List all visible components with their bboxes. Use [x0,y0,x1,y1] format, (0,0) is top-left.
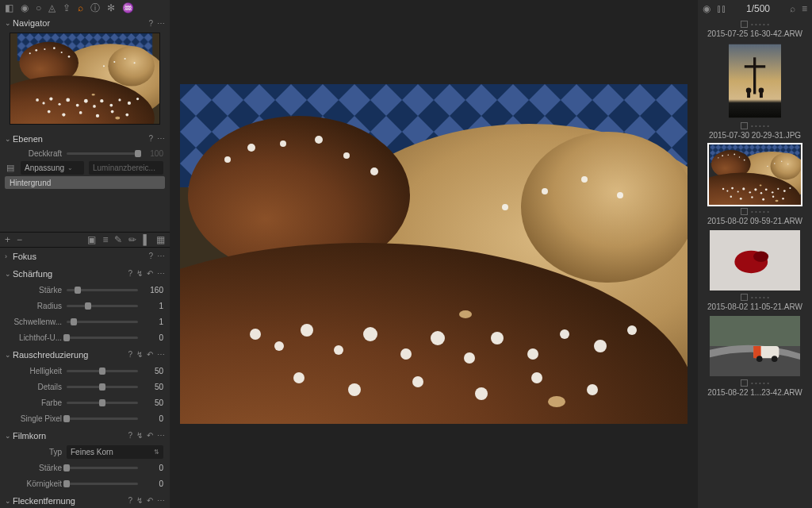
info-icon[interactable]: ⓘ [90,3,100,13]
adjustment-dropdown[interactable]: Anpassung⌄ [21,161,84,175]
gradient-icon[interactable]: ▌ [143,234,150,245]
layers-header[interactable]: ⌄ Ebenen ?⋯ [0,131,170,147]
opacity-slider[interactable] [67,152,138,155]
image-position: 1/500 [746,3,770,14]
upload-icon[interactable]: ⇪ [63,3,71,13]
layers-title: Ebenen [13,134,148,144]
eye-icon[interactable]: ◉ [703,3,710,14]
spot-header[interactable]: ⌄ Fleckentfernung ?↯↶⋯ [0,492,170,508]
sort-icon[interactable]: ≡ [802,3,807,14]
thumb-label: 2015-08-22 1...23-42.ARW [707,388,802,397]
thumb-checkbox[interactable] [741,294,748,301]
help-icon[interactable]: ? [148,134,153,143]
more-icon[interactable]: ⋯ [157,252,165,260]
thumb-checkbox[interactable] [741,208,748,215]
noise-details-slider[interactable] [67,386,138,388]
thumb-checkbox[interactable] [741,379,748,387]
opacity-row: Deckkraft 100 [0,147,170,161]
add-tool-icon[interactable]: + [5,234,10,245]
navigator-thumbnail[interactable] [10,33,160,125]
opacity-value: 100 [143,149,163,158]
thumb-label: 2015-07-25 16-30-42.ARW [707,29,802,38]
thumb-label: 2015-08-02 11-05-21.ARW [707,302,802,311]
luminance-dropdown[interactable]: Luminanzbereic... [89,161,163,175]
stamp-icon[interactable]: ▦ [156,234,165,245]
more-icon[interactable]: ⋯ [157,19,165,28]
layer-controls-row: ▤ Anpassung⌄ Luminanzbereic... [0,160,170,175]
browser-toolbar: ◉ ⫿⫿ 1/500 ⌕ ≡ [698,0,812,17]
thumb-checkbox[interactable] [741,122,748,129]
thumb-label: 2015-08-02 09-59-21.ARW [707,217,802,225]
layer-add-icon[interactable]: ▤ [6,163,16,173]
camera-icon[interactable]: ◉ [21,3,29,13]
grain-strength-slider[interactable] [67,467,138,469]
canvas-viewport[interactable] [170,0,698,508]
chevron-down-icon: ⌄ [5,270,13,278]
circle-icon[interactable]: ○ [36,3,41,13]
sharp-threshold-slider[interactable] [67,321,138,323]
thumbnail-browser: • • • • •2015-07-25 16-30-42.ARW• • • • … [698,17,812,508]
noise-color-slider[interactable] [67,402,138,404]
copy-icon[interactable]: ▣ [87,234,96,245]
background-layer[interactable]: Hintergrund [5,176,165,189]
search-icon[interactable]: ⌕ [790,3,795,14]
chevron-down-icon: ⌄ [5,135,13,143]
more-icon[interactable]: ⋯ [157,134,165,143]
noise-bright-slider[interactable] [67,370,138,372]
chevron-down-icon: ⌄ [5,351,13,359]
grain-grainy-slider[interactable] [67,483,138,485]
sharp-radius-slider[interactable] [67,305,138,307]
filter-icon[interactable]: ⫿⫿ [717,3,726,14]
noise-singlepx-slider[interactable] [67,418,138,420]
thumb-checkbox[interactable] [741,21,748,28]
tool-selector: + − ▣ ≡ ✎ ✏ ▌ ▦ [0,232,170,248]
noise-header[interactable]: ⌄ Rauschreduzierung ?↯↶⋯ [0,346,170,364]
folder-icon[interactable]: ◧ [5,3,13,13]
help-icon[interactable]: ? [148,252,153,260]
main-image [180,84,688,424]
sharpening-header[interactable]: ⌄ Schärfung ?↯↶⋯ [0,265,170,283]
opacity-label: Deckkraft [6,149,62,158]
paste-icon[interactable]: ≡ [102,234,108,245]
erase-icon[interactable]: ✏ [128,234,136,245]
chevron-right-icon: › [5,252,13,260]
chevron-down-icon: ⌄ [5,497,13,505]
thumbnail-item[interactable]: • • • • •2015-08-22 1...23-42.ARW [703,314,807,397]
help-icon[interactable]: ? [148,19,153,28]
thumb-label: 2015-07-30 20-29-31.JPG [709,131,801,140]
remove-tool-icon[interactable]: − [17,234,22,245]
brush-icon[interactable]: ✎ [114,234,122,245]
thumbnail-item[interactable]: • • • • •2015-08-02 09-59-21.ARW [703,143,807,225]
left-toolbar: ◧ ◉ ○ ◬ ⇪ ⌕ ⓘ ✻ ♒ [0,0,170,16]
sharp-strength-slider[interactable] [67,289,138,291]
grain-header[interactable]: ⌄ Filmkorn ?↯↶⋯ [0,427,170,444]
chevron-down-icon: ⌄ [5,432,13,440]
thumbnail-item[interactable]: • • • • •2015-07-25 16-30-42.ARW [703,21,807,38]
gear-icon[interactable]: ✻ [107,3,115,13]
thumbnail-item[interactable]: • • • • •2015-07-30 20-29-31.JPG [703,41,807,140]
navigator-header[interactable]: ⌄ Navigator ?⋯ [0,16,170,32]
magnify-icon[interactable]: ⌕ [78,3,83,13]
cloud-icon[interactable]: ◬ [48,3,56,13]
adjust-icon[interactable]: ♒ [122,3,134,13]
chevron-down-icon: ⌄ [5,19,13,27]
fokus-header[interactable]: › Fokus ?⋯ [0,248,170,265]
navigator-title: Navigator [13,18,148,28]
thumbnail-item[interactable]: • • • • •2015-08-02 11-05-21.ARW [703,229,807,311]
sharp-halo-slider[interactable] [67,337,138,339]
grain-type-dropdown[interactable]: Feines Korn⇅ [67,445,163,459]
